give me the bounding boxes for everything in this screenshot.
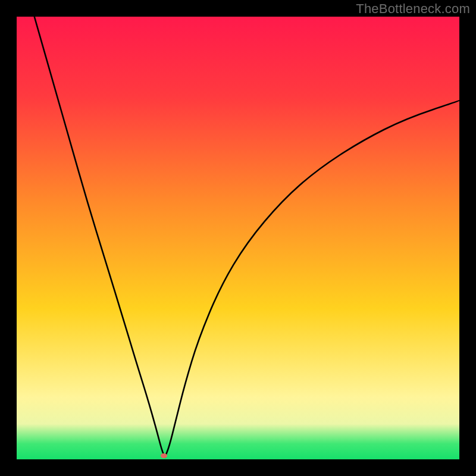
watermark-text: TheBottleneck.com [356,1,470,17]
curve-right-branch [165,101,459,457]
bottleneck-curve [17,17,459,459]
curve-left-branch [35,17,165,457]
plot-area [17,17,459,459]
chart-frame: TheBottleneck.com [0,0,476,476]
